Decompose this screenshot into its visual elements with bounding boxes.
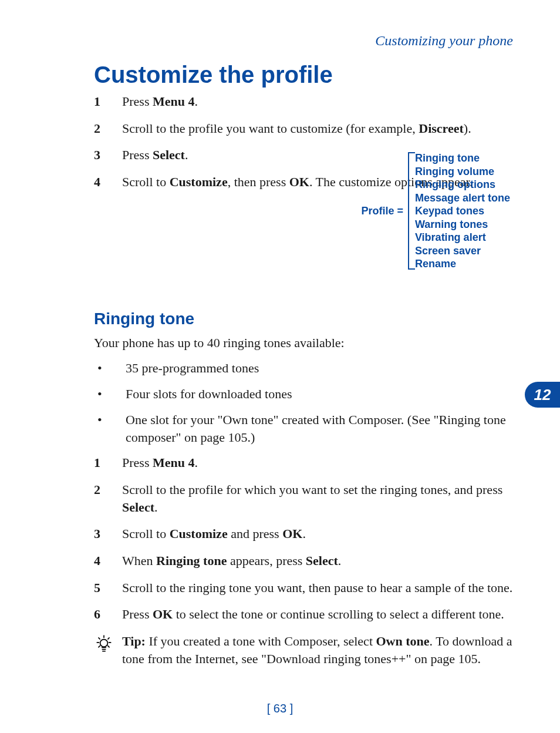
ringing-tone-intro: Your phone has up to 40 ringing tones av… (94, 334, 519, 352)
step-item: 4When Ringing tone appears, press Select… (94, 552, 519, 570)
bullet-text: 35 pre-programmed tones (126, 359, 519, 377)
bullet-text: Four slots for downloaded tones (126, 385, 519, 403)
bullet-text: One slot for your "Own tone" created wit… (126, 411, 519, 446)
step-number: 6 (94, 606, 122, 623)
profile-option: Rename (415, 257, 510, 271)
bullet-dot-icon: • (94, 411, 126, 429)
left-brace-icon (408, 152, 409, 270)
step-item: 3Scroll to Customize and press OK. (94, 525, 519, 543)
step-item: 1Press Menu 4. (94, 454, 519, 472)
ringing-tone-bullets: •35 pre-programmed tones•Four slots for … (94, 359, 519, 446)
step-item: 2Scroll to the profile for which you wan… (94, 481, 519, 516)
steps-ringing-tone: 1Press Menu 4.2Scroll to the profile for… (94, 454, 519, 623)
step-number: 3 (94, 146, 122, 164)
profile-option: Ringing options (415, 178, 510, 191)
bullet-dot-icon: • (94, 385, 126, 403)
step-number: 1 (94, 454, 122, 472)
step-number: 1 (94, 93, 122, 110)
step-item: 5Scroll to the ringing tone you want, th… (94, 579, 519, 597)
tip-block: Tip: If you created a tone with Composer… (94, 633, 519, 667)
step-item: 2Scroll to the profile you want to custo… (94, 120, 519, 137)
step-text: Scroll to the profile you want to custom… (122, 120, 519, 137)
profile-option: Ringing volume (415, 165, 510, 179)
profile-option: Vibrating alert (415, 231, 510, 244)
step-item: 6Press OK to select the tone or continue… (94, 606, 519, 623)
step-number: 4 (94, 173, 122, 191)
step-item: 1Press Menu 4. (94, 93, 519, 110)
bullet-item: •One slot for your "Own tone" created wi… (94, 411, 519, 446)
step-text: Scroll to the profile for which you want… (122, 481, 519, 516)
svg-point-0 (100, 640, 108, 647)
bullet-item: •35 pre-programmed tones (94, 359, 519, 377)
profile-option: Ringing tone (415, 152, 510, 165)
step-number: 3 (94, 525, 122, 543)
profile-options-list: Ringing toneRinging volumeRinging option… (415, 152, 510, 271)
subsection-title-ringing-tone: Ringing tone (94, 310, 519, 328)
profile-option: Keypad tones (415, 204, 510, 218)
step-number: 5 (94, 579, 122, 597)
step-number: 2 (94, 120, 122, 137)
profile-option: Screen saver (415, 244, 510, 258)
step-number: 2 (94, 481, 122, 499)
profile-option: Warning tones (415, 218, 510, 231)
section-title: Customize the profile (94, 62, 519, 88)
bullet-dot-icon: • (94, 359, 126, 377)
tip-text: Tip: If you created a tone with Composer… (122, 633, 519, 667)
step-text: Press Menu 4. (122, 454, 519, 472)
profile-equals-label: Profile = (361, 205, 403, 217)
step-text: Press OK to select the tone or continue … (122, 606, 519, 623)
lightbulb-icon (94, 633, 122, 654)
profile-options-block: Profile = Ringing toneRinging volumeRing… (361, 152, 510, 271)
bullet-item: •Four slots for downloaded tones (94, 385, 519, 403)
step-text: Scroll to Customize and press OK. (122, 525, 519, 543)
profile-option: Message alert tone (415, 191, 510, 205)
page-number: [ 63 ] (0, 702, 560, 715)
step-text: Scroll to the ringing tone you want, the… (122, 579, 519, 597)
step-number: 4 (94, 552, 122, 570)
step-text: When Ringing tone appears, press Select. (122, 552, 519, 570)
step-text: Press Menu 4. (122, 93, 519, 110)
chapter-tab: 12 (525, 382, 560, 408)
running-header: Customizing your phone (94, 33, 519, 49)
